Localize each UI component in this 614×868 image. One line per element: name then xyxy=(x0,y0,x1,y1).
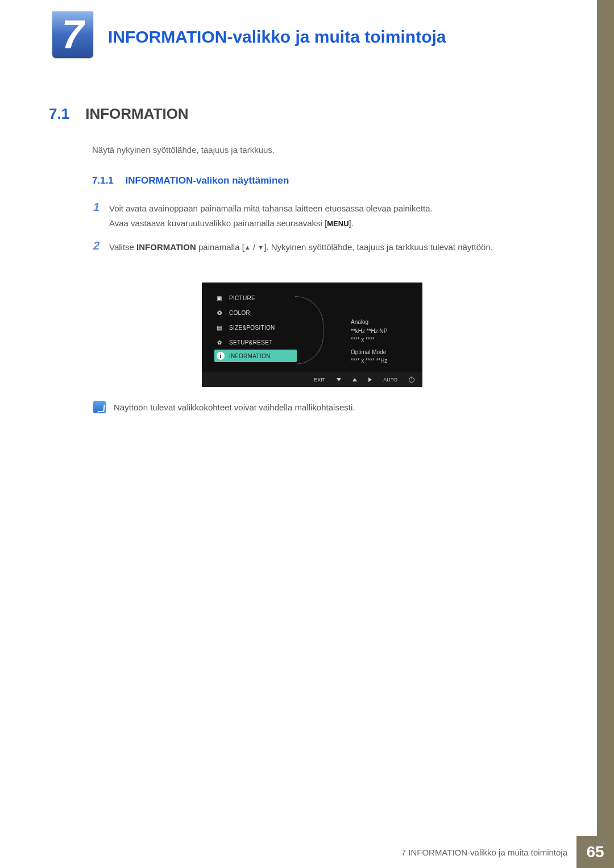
step-number: 2 xyxy=(93,239,99,252)
footer-page-number: 65 xyxy=(576,836,614,868)
step-2: 2 Valitse INFORMATION painamalla [▲ / ▼]… xyxy=(93,240,551,255)
osd-info-line: Analog xyxy=(351,318,387,327)
osd-label: INFORMATION xyxy=(229,353,271,359)
osd-right-icon xyxy=(368,377,372,382)
setup-reset-icon: ✿ xyxy=(214,338,225,346)
osd-label: PICTURE xyxy=(229,295,255,301)
osd-info-line: **kHz **Hz NP xyxy=(351,327,387,336)
step-1: 1 Voit avata avainoppaan painamalla mitä… xyxy=(93,201,551,231)
osd-label: SETUP&RESET xyxy=(229,339,273,346)
osd-screenshot: ▣ PICTURE ❂ COLOR ▤ SIZE&POSITION ✿ SETU… xyxy=(202,283,422,387)
osd-auto-label: AUTO xyxy=(383,377,397,383)
chapter-title: INFORMATION-valikko ja muita toimintoja xyxy=(108,27,446,47)
note-text: Näyttöön tulevat valikkokohteet voivat v… xyxy=(114,402,355,412)
step-text: Voit avata avainoppaan painamalla mitä t… xyxy=(109,201,551,231)
step-1-line2a: Avaa vastaava kuvaruutuvalikko painamall… xyxy=(109,218,327,228)
picture-icon: ▣ xyxy=(214,294,225,302)
color-icon: ❂ xyxy=(214,309,225,317)
osd-item-information-selected: i INFORMATION xyxy=(214,350,297,362)
section-heading: 7.1 INFORMATION xyxy=(49,105,189,123)
step-text: Valitse INFORMATION painamalla [▲ / ▼]. … xyxy=(109,240,551,255)
side-accent-bar xyxy=(597,0,614,868)
footer-chapter-ref: 7 INFORMATION-valikko ja muita toimintoj… xyxy=(401,836,576,868)
page-footer: 7 INFORMATION-valikko ja muita toimintoj… xyxy=(0,836,614,868)
osd-label: SIZE&POSITION xyxy=(229,325,275,331)
section-title: INFORMATION xyxy=(85,105,189,123)
step-2-bold: INFORMATION xyxy=(136,242,196,252)
step-1-line: Voit avata avainoppaan painamalla mitä t… xyxy=(109,203,433,213)
step-2-after: ]. Nykyinen syöttölähde, taajuus ja tark… xyxy=(264,242,493,252)
triangle-down-icon: ▼ xyxy=(258,244,264,251)
subsection-title: INFORMATION-valikon näyttäminen xyxy=(126,175,289,186)
osd-power-icon xyxy=(409,377,414,383)
subsection-number: 7.1.1 xyxy=(92,175,114,186)
slash: / xyxy=(251,242,258,252)
osd-info-line: **** x **** xyxy=(351,335,387,344)
note-icon xyxy=(93,401,106,413)
osd-info-line: **** x **** **Hz xyxy=(351,356,387,366)
step-2-pre: Valitse xyxy=(109,242,136,252)
triangle-up-icon: ▲ xyxy=(244,244,251,251)
osd-menu: ▣ PICTURE ❂ COLOR ▤ SIZE&POSITION ✿ SETU… xyxy=(210,290,414,362)
step-2-mid: painamalla [ xyxy=(196,242,244,252)
osd-info-line: Optimal Mode xyxy=(351,348,387,357)
osd-item-picture: ▣ PICTURE xyxy=(214,290,414,305)
osd-exit-label: EXIT xyxy=(314,377,325,383)
info-icon: i xyxy=(217,352,225,360)
size-position-icon: ▤ xyxy=(214,323,225,331)
step-number: 1 xyxy=(93,201,99,214)
note-row: Näyttöön tulevat valikkokohteet voivat v… xyxy=(93,401,355,413)
osd-label: COLOR xyxy=(229,310,250,316)
osd-down-icon xyxy=(337,378,341,381)
step-1-line2b: ]. xyxy=(349,218,354,228)
osd-up-icon xyxy=(352,378,357,381)
osd-info-panel: Analog **kHz **Hz NP **** x **** Optimal… xyxy=(351,318,387,366)
menu-label: MENU xyxy=(327,219,349,228)
subsection-heading: 7.1.1 INFORMATION-valikon näyttäminen xyxy=(92,175,289,186)
chapter-number-badge: 7 xyxy=(52,11,93,58)
section-number: 7.1 xyxy=(49,105,69,123)
osd-toolbar: EXIT AUTO xyxy=(202,372,422,387)
section-description: Näytä nykyinen syöttölähde, taajuus ja t… xyxy=(92,145,275,155)
